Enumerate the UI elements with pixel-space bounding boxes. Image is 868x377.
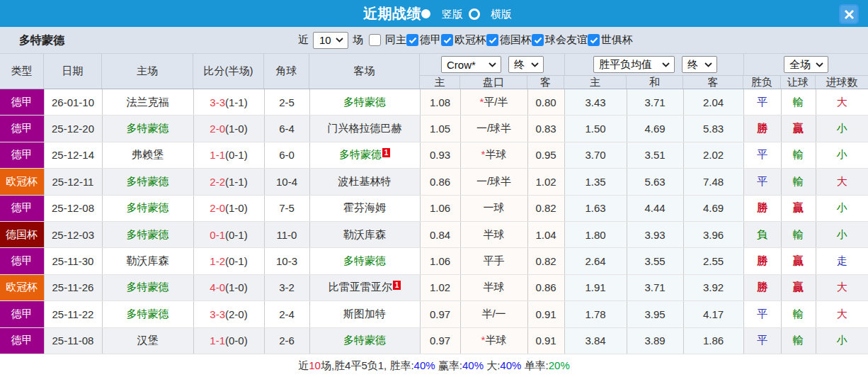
check-icon (409, 37, 417, 44)
match-result: 勝 (743, 248, 781, 274)
league-filter-checkbox-1[interactable] (441, 34, 453, 46)
home-team: 勒沃库森 (102, 248, 193, 274)
match-result: 平 (743, 301, 781, 327)
horizontal-layout-radio[interactable] (469, 9, 480, 20)
chevron-down-icon (336, 38, 343, 43)
goals-result: 小 (816, 116, 868, 142)
vertical-layout-radio[interactable] (421, 9, 430, 18)
match-result: 平 (743, 142, 781, 168)
same-venue-label: 同主 (385, 33, 406, 47)
summary-segment-1: 10 (309, 359, 321, 371)
avg-home-odds: 3.43 (564, 89, 627, 116)
crow-home-odds: 0.86 (420, 169, 460, 195)
avg-time-select[interactable]: 终 (682, 56, 717, 73)
league-filter-checkbox-4[interactable] (588, 34, 600, 46)
avg-draw-odds: 3.71 (627, 89, 683, 116)
handicap: *平/半 (460, 89, 527, 116)
avg-home-odds: 1.78 (564, 301, 627, 327)
match-date: 25-12-03 (44, 221, 102, 247)
match-date: 25-12-14 (44, 142, 102, 168)
summary-footer: 近10场,胜4平5负1, 胜率:40% 赢率:40% 大:40% 单率:20% (0, 354, 868, 377)
handicap: 平手 (460, 248, 527, 274)
odds-time-select[interactable]: 终 (508, 56, 544, 73)
corners: 2-4 (264, 301, 309, 327)
match-row: 德甲25-12-20多特蒙德2-0(1-0)6-4门兴格拉德巴赫1.05一/球半… (0, 116, 868, 142)
match-row: 德甲25-11-30勒沃库森1-2(0-1)10-3多特蒙德1.06平手0.82… (0, 248, 868, 274)
league-badge: 德甲 (0, 89, 44, 116)
handicap-result: 贏 (781, 248, 816, 274)
crow-home-odds: 0.97 (420, 301, 460, 327)
match-date: 25-11-08 (44, 327, 102, 354)
league-filter-label-1: 欧冠杯 (455, 33, 486, 47)
filter-controls: 近 10 场 同主 德甲欧冠杯德国杯球会友谊世俱杯 (298, 27, 633, 53)
vertical-layout-label[interactable]: 竖版 (442, 0, 463, 28)
summary-segment-6: 大: (484, 359, 500, 371)
away-team: 多特蒙德 (309, 89, 420, 116)
results-table: 德甲26-01-10法兰克福3-3(1-1)2-5多特蒙德1.08*平/半0.8… (0, 89, 868, 354)
match-row: 德国杯25-12-03多特蒙德0-1(0-1)11-0勒沃库森0.84半球1.0… (0, 221, 868, 247)
handicap-result: 贏 (781, 116, 816, 142)
match-result: 負 (743, 221, 781, 247)
same-venue-checkbox[interactable] (369, 34, 381, 46)
summary-segment-2: 场,胜4平5负1, 胜率: (321, 359, 414, 371)
handicap: 一/球半 (460, 116, 527, 142)
league-badge: 德甲 (0, 195, 44, 221)
match-count-select[interactable]: 10 (313, 32, 348, 49)
corners: 2-6 (264, 327, 309, 354)
goals-result: 小 (816, 221, 868, 247)
near-label: 近 (298, 33, 309, 47)
red-card-badge: 1 (382, 148, 390, 157)
match-row: 德甲25-12-14弗赖堡1-1(0-1)6-0多特蒙德10.93*半球0.95… (0, 142, 868, 168)
goals-result: 小 (816, 142, 868, 168)
avg-away-odds: 2.04 (683, 89, 743, 116)
subcol-handicap-result: 让球 (781, 76, 816, 89)
crow-away-odds: 0.91 (527, 327, 564, 354)
match-result: 平 (743, 89, 781, 116)
home-team: 法兰克福 (102, 89, 193, 116)
avg-draw-odds: 3.95 (627, 301, 683, 327)
league-filter-checkbox-2[interactable] (486, 34, 498, 46)
subcol-avg-draw: 和 (627, 76, 683, 89)
home-team: 弗赖堡 (102, 142, 193, 168)
away-team: 霍芬海姆 (309, 195, 420, 221)
league-filter-checkbox-3[interactable] (532, 34, 544, 46)
avg-home-odds: 1.80 (564, 221, 627, 247)
title-bar: 近期战绩 竖版 横版 (0, 0, 868, 27)
chevron-down-icon (662, 62, 670, 67)
close-button[interactable] (839, 4, 859, 24)
col-header-date: 日期 (44, 54, 102, 89)
league-filter-checkbox-0[interactable] (406, 34, 418, 46)
goals-result: 大 (816, 169, 868, 195)
score: 1-2(0-1) (193, 248, 264, 274)
match-result: 勝 (743, 274, 781, 300)
goals-result: 走 (816, 248, 868, 274)
avg-odds-select[interactable]: 胜平负均值 (593, 56, 675, 73)
subcol-crow-home: 主 (420, 76, 460, 89)
home-team: 多特蒙德 (102, 116, 193, 142)
away-team: 斯图加特 (309, 301, 420, 327)
score: 3-3(2-0) (193, 301, 264, 327)
avg-away-odds: 1.86 (683, 327, 743, 354)
check-icon (534, 37, 542, 44)
red-card-badge: 1 (393, 281, 401, 290)
handicap: 一球 (460, 195, 527, 221)
odds-source-select[interactable]: Crow* (441, 56, 501, 73)
corners: 11-0 (264, 221, 309, 247)
home-team: 汉堡 (102, 327, 193, 354)
crow-away-odds: 0.91 (527, 301, 564, 327)
check-icon (443, 37, 452, 44)
corners: 3-2 (264, 274, 309, 300)
check-icon (590, 37, 598, 44)
period-select[interactable]: 全场 (784, 56, 828, 73)
match-date: 25-12-20 (44, 116, 102, 142)
summary-segment-8: 单率: (521, 359, 548, 371)
avg-away-odds: 3.96 (683, 221, 743, 247)
handicap: *半球 (460, 327, 527, 354)
handicap-result: 輸 (781, 327, 816, 354)
handicap-result: 輸 (781, 142, 816, 168)
crow-away-odds: 1.02 (527, 169, 564, 195)
crow-home-odds: 1.08 (420, 89, 460, 116)
col-header-score: 比分(半场) (193, 54, 264, 89)
league-filter-label-3: 球会友谊 (545, 33, 588, 47)
horizontal-layout-label[interactable]: 横版 (491, 0, 512, 28)
